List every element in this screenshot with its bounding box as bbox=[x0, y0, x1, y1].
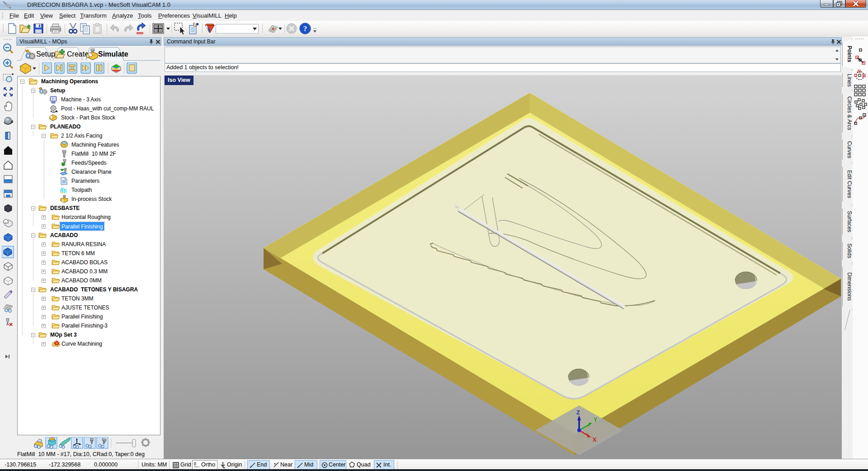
svg-text:Z: Z bbox=[576, 409, 580, 416]
svg-text:Y: Y bbox=[594, 417, 598, 423]
svg-text:X: X bbox=[593, 437, 597, 443]
svg-text:?: ? bbox=[303, 24, 307, 33]
